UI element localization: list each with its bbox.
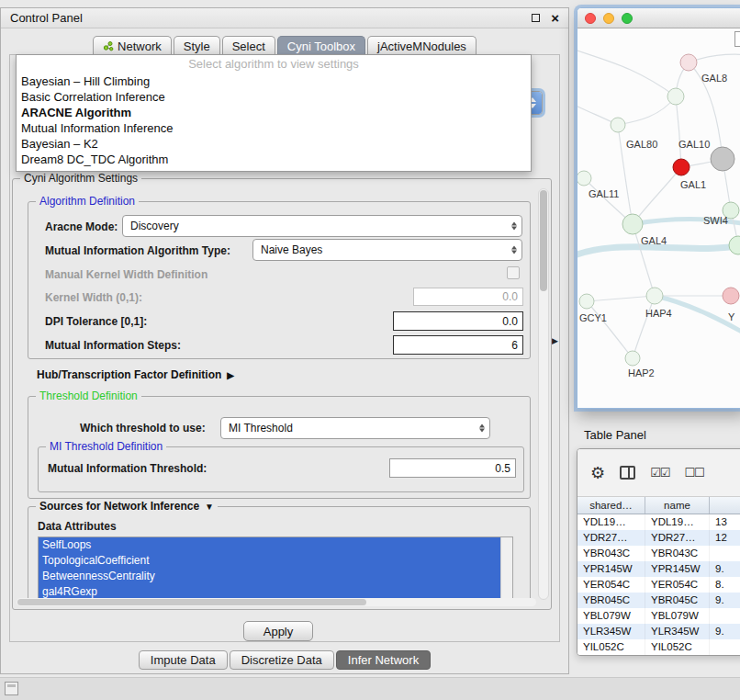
collapsed-arrow-icon: ▶ <box>227 370 234 380</box>
table-cell: YDR27… <box>645 530 710 546</box>
table-row[interactable]: YBR045CYBR045C9. <box>577 593 740 608</box>
tab-label: Select <box>232 40 265 53</box>
threshold-definition-group: Threshold Definition Which threshold to … <box>28 396 531 499</box>
table-row[interactable]: YBR043CYBR043C <box>577 546 740 561</box>
settings-vertical-scrollbar[interactable] <box>538 188 549 600</box>
bottom-tab-impute-data[interactable]: Impute Data <box>139 650 228 670</box>
graph-node-label: GAL8 <box>701 73 727 84</box>
zoom-traffic-light-icon[interactable] <box>622 13 633 24</box>
close-icon[interactable]: × <box>551 11 559 25</box>
mi-type-select[interactable]: Naive Bayes <box>252 239 522 261</box>
table-cell: YLR345W <box>577 624 645 639</box>
panel-dock-icon[interactable] <box>5 682 18 695</box>
graph-node[interactable] <box>680 54 697 71</box>
table-row[interactable]: YER054CYER054C8. <box>577 577 740 593</box>
which-threshold-select[interactable]: MI Threshold <box>220 417 490 439</box>
bottom-tab-discretize-data[interactable]: Discretize Data <box>230 650 334 670</box>
graph-node[interactable] <box>622 214 643 234</box>
tab-style[interactable]: Style <box>174 36 220 55</box>
tab-label: jActiveMNodules <box>377 40 466 53</box>
aracne-mode-select[interactable]: Discovery <box>122 215 522 237</box>
kernel-width-field[interactable] <box>413 288 523 306</box>
graph-edge <box>577 47 676 96</box>
network-canvas[interactable]: GAL8GAL80GAL10GAL11GAL1SWI4GAL4GCY1HAP4H… <box>577 28 740 409</box>
apply-button[interactable]: Apply <box>243 621 313 641</box>
manual-kernel-label: Manual Kernel Width Definition <box>45 268 207 281</box>
graph-node[interactable] <box>625 351 640 366</box>
graph-node-label: GAL4 <box>641 235 667 246</box>
column-header[interactable] <box>710 497 740 514</box>
algorithm-option-basic-correlation-inference[interactable]: Basic Correlation Inference <box>17 89 531 105</box>
tab-network[interactable]: Network <box>93 36 172 55</box>
algorithm-option-mutual-information-inference[interactable]: Mutual Information Inference <box>17 120 531 136</box>
select-all-icon[interactable]: ☑☑ <box>650 466 669 480</box>
attribute-item-betweennesscentrality[interactable]: BetweennessCentrality <box>39 569 500 584</box>
close-traffic-light-icon[interactable] <box>585 13 596 24</box>
minimize-traffic-light-icon[interactable] <box>603 13 614 24</box>
table-cell: YIL052C <box>577 639 645 655</box>
table-cell: YDL19… <box>577 514 645 530</box>
kernel-width-label: Kernel Width (0,1): <box>45 291 142 304</box>
table-cell <box>710 639 740 655</box>
algorithm-option-dream8-dc-tdc-algorithm[interactable]: Dream8 DC_TDC Algorithm <box>17 152 531 167</box>
deselect-all-icon[interactable]: ☐☐ <box>684 466 703 480</box>
gear-icon[interactable]: ⚙ <box>590 465 605 481</box>
network-overview-box[interactable] <box>734 31 740 47</box>
table-row[interactable]: YIL052CYIL052C <box>577 639 740 655</box>
algorithm-option-bayesian-k2[interactable]: Bayesian – K2 <box>17 136 531 152</box>
algorithm-option-bayesian-hill-climbing[interactable]: Bayesian – Hill Climbing <box>17 73 531 89</box>
attribute-item-selfloops[interactable]: SelfLoops <box>39 537 500 553</box>
graph-node[interactable] <box>711 147 734 171</box>
settings-horizontal-scrollbar[interactable] <box>17 598 536 606</box>
table-row[interactable]: YDR27…YDR27…12 <box>577 530 740 546</box>
hub-definition-toggle[interactable]: Hub/Transcription Factor Definition ▶ <box>37 368 234 381</box>
graph-node[interactable] <box>577 171 591 186</box>
mi-threshold-field[interactable] <box>389 458 516 478</box>
graph-node-labels: GAL8GAL80GAL10GAL11GAL1SWI4GAL4GCY1HAP4H… <box>579 73 735 378</box>
threshold-definition-title: Threshold Definition <box>36 390 141 403</box>
scrollbar-thumb[interactable] <box>540 190 547 291</box>
dpi-tolerance-field[interactable] <box>393 311 523 331</box>
algorithm-dropdown-popup: Select algorithm to view settings Bayesi… <box>16 54 532 172</box>
control-panel-title: Control Panel <box>10 11 532 25</box>
algorithm-option-aracne-algorithm[interactable]: ARACNE Algorithm <box>17 105 531 120</box>
attribute-list: SelfLoopsTopologicalCoefficientBetweenne… <box>38 536 513 600</box>
graph-node[interactable] <box>611 118 625 132</box>
manual-kernel-checkbox[interactable] <box>507 266 520 279</box>
graph-node[interactable] <box>646 288 663 304</box>
attribute-list-scrollbar[interactable] <box>500 537 512 600</box>
sources-toggle[interactable]: Sources for Network Inference ▼ <box>36 500 218 514</box>
tab-cyni-toolbox[interactable]: Cyni Toolbox <box>277 36 365 55</box>
table-cell: YPR145W <box>577 561 645 577</box>
table-cell: YBR043C <box>645 546 710 561</box>
graph-node[interactable] <box>729 236 740 254</box>
graph-node[interactable] <box>667 88 684 105</box>
network-view-window: GAL8GAL80GAL10GAL11GAL1SWI4GAL4GCY1HAP4H… <box>577 7 740 409</box>
graph-node[interactable] <box>673 159 690 175</box>
table-row[interactable]: YDL19…YDL19…13 <box>577 514 740 530</box>
table-row[interactable]: YLR345WYLR345W9. <box>577 624 740 639</box>
graph-node-label: GAL11 <box>589 188 619 199</box>
table-cell: YER054C <box>645 577 710 593</box>
bottom-tab-bar: Impute DataDiscretize DataInfer Network <box>1 650 568 670</box>
table-row[interactable]: YBL079WYBL079W <box>577 608 740 624</box>
columns-icon[interactable] <box>620 466 635 480</box>
graph-node[interactable] <box>579 294 594 309</box>
data-attributes-label: Data Attributes <box>38 520 117 533</box>
table-cell: YBR043C <box>577 546 645 561</box>
tab-jactivemnodules[interactable]: jActiveMNodules <box>367 36 477 55</box>
tab-label: Style <box>184 40 210 53</box>
scrollbar-thumb[interactable] <box>17 599 366 605</box>
splitter-handle[interactable]: ▶ <box>552 336 558 345</box>
bottom-dock <box>0 677 740 700</box>
attribute-item-topologicalcoefficient[interactable]: TopologicalCoefficient <box>39 553 500 569</box>
float-window-icon[interactable] <box>532 14 540 22</box>
sources-group: Sources for Network Inference ▼ Data Att… <box>28 506 531 600</box>
column-header[interactable]: shared… <box>577 497 645 514</box>
table-row[interactable]: YPR145WYPR145W9. <box>577 561 740 577</box>
mi-steps-field[interactable] <box>393 335 523 355</box>
graph-node[interactable] <box>723 288 739 304</box>
bottom-tab-infer-network[interactable]: Infer Network <box>336 650 431 670</box>
tab-select[interactable]: Select <box>222 36 275 55</box>
column-header[interactable]: name <box>645 497 710 514</box>
